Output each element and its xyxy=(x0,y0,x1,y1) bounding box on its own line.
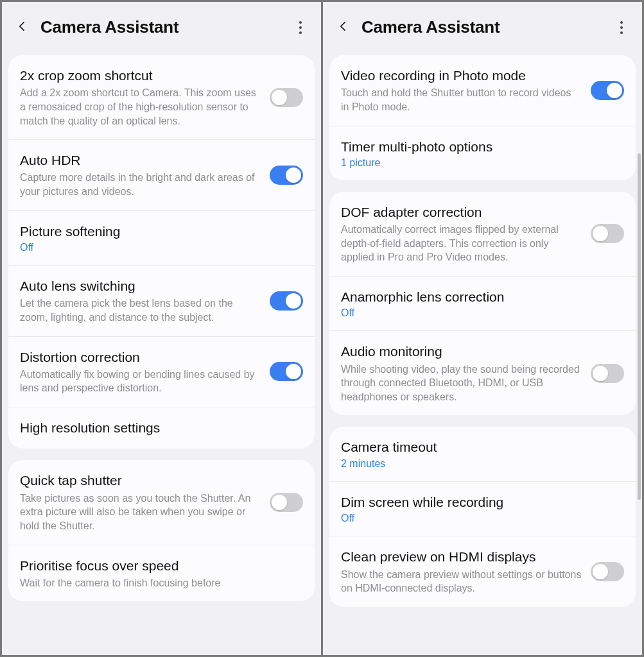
row-prioritise-focus[interactable]: Prioritise focus over speed Wait for the… xyxy=(8,545,315,602)
settings-group: 2x crop zoom shortcut Add a 2x zoom shor… xyxy=(8,55,315,448)
row-title: Auto HDR xyxy=(20,151,261,169)
row-title: DOF adapter correction xyxy=(341,203,582,221)
row-title: Camera timeout xyxy=(341,438,624,456)
row-timer-multi[interactable]: Timer multi-photo options 1 picture xyxy=(329,126,636,180)
row-title: Auto lens switching xyxy=(20,277,261,295)
row-picture-softening[interactable]: Picture softening Off xyxy=(8,210,315,265)
settings-scroll[interactable]: Video recording in Photo mode Touch and … xyxy=(323,55,642,655)
row-title: Picture softening xyxy=(20,223,303,241)
row-video-photo[interactable]: Video recording in Photo mode Touch and … xyxy=(329,55,636,126)
row-value: Off xyxy=(341,513,624,524)
row-audio-mon[interactable]: Audio monitoring While shooting video, p… xyxy=(329,330,636,415)
row-title: 2x crop zoom shortcut xyxy=(20,67,261,85)
row-desc: Show the camera preview without settings… xyxy=(341,568,582,595)
row-value: Off xyxy=(20,242,303,253)
toggle-video-photo[interactable] xyxy=(591,81,624,100)
row-dof[interactable]: DOF adapter correction Automatically cor… xyxy=(329,192,636,276)
row-desc: Take pictures as soon as you touch the S… xyxy=(20,491,261,533)
toggle-auto-hdr[interactable] xyxy=(270,166,303,185)
toggle-quick-tap[interactable] xyxy=(270,493,303,512)
row-title: Video recording in Photo mode xyxy=(341,67,582,85)
row-desc: Add a 2x zoom shortcut to Camera. This z… xyxy=(20,86,261,128)
row-title: Quick tap shutter xyxy=(20,472,261,490)
row-value: Off xyxy=(341,307,624,319)
row-distortion[interactable]: Distortion correction Automatically fix … xyxy=(8,336,315,407)
row-camera-timeout[interactable]: Camera timeout 2 minutes xyxy=(329,427,636,481)
row-title: Clean preview on HDMI displays xyxy=(341,548,582,566)
header: Camera Assistant xyxy=(2,2,321,55)
right-screenshot: Camera Assistant Video recording in Phot… xyxy=(323,2,642,655)
back-icon[interactable] xyxy=(16,20,29,35)
row-crop-zoom[interactable]: 2x crop zoom shortcut Add a 2x zoom shor… xyxy=(8,55,315,139)
row-desc: Let the camera pick the best lens based … xyxy=(20,296,261,324)
row-quick-tap[interactable]: Quick tap shutter Take pictures as soon … xyxy=(8,460,315,544)
settings-group: Video recording in Photo mode Touch and … xyxy=(329,55,636,180)
page-title: Camera Assistant xyxy=(40,17,283,37)
row-value: 2 minutes xyxy=(341,458,624,470)
row-auto-hdr[interactable]: Auto HDR Capture more details in the bri… xyxy=(8,139,315,210)
more-icon[interactable] xyxy=(615,20,628,35)
header: Camera Assistant xyxy=(323,2,642,55)
page-title: Camera Assistant xyxy=(361,17,604,37)
settings-group: Camera timeout 2 minutes Dim screen whil… xyxy=(329,427,636,606)
row-title: Timer multi-photo options xyxy=(341,138,624,156)
toggle-crop-zoom[interactable] xyxy=(270,88,303,107)
left-screenshot: Camera Assistant 2x crop zoom shortcut A… xyxy=(2,2,321,655)
scrollbar-thumb[interactable] xyxy=(638,153,641,500)
row-clean-preview[interactable]: Clean preview on HDMI displays Show the … xyxy=(329,536,636,607)
row-title: Distortion correction xyxy=(20,348,261,366)
row-desc: Touch and hold the Shutter button to rec… xyxy=(341,86,582,114)
row-title: Anamorphic lens correction xyxy=(341,288,624,306)
settings-scroll[interactable]: 2x crop zoom shortcut Add a 2x zoom shor… xyxy=(2,55,321,655)
row-desc: While shooting video, play the sound bei… xyxy=(341,363,582,404)
toggle-dof[interactable] xyxy=(591,224,624,243)
row-value: 1 picture xyxy=(341,157,624,169)
row-title: Dim screen while recording xyxy=(341,493,624,511)
toggle-distortion[interactable] xyxy=(270,362,303,381)
row-desc: Capture more details in the bright and d… xyxy=(20,171,261,198)
row-anamorphic[interactable]: Anamorphic lens correction Off xyxy=(329,276,636,330)
back-icon[interactable] xyxy=(337,20,350,35)
row-high-res[interactable]: High resolution settings xyxy=(8,407,315,448)
row-title: Prioritise focus over speed xyxy=(20,557,303,575)
toggle-clean-preview[interactable] xyxy=(591,562,624,581)
more-icon[interactable] xyxy=(294,20,307,35)
row-desc: Wait for the camera to finish focusing b… xyxy=(20,576,303,590)
toggle-auto-lens[interactable] xyxy=(270,291,303,311)
row-desc: Automatically correct images flipped by … xyxy=(341,223,582,264)
row-title: Audio monitoring xyxy=(341,343,582,361)
row-desc: Automatically fix bowing or bending line… xyxy=(20,368,261,395)
row-title: High resolution settings xyxy=(20,419,303,437)
settings-group: Quick tap shutter Take pictures as soon … xyxy=(8,460,315,601)
row-auto-lens[interactable]: Auto lens switching Let the camera pick … xyxy=(8,265,315,336)
settings-group: DOF adapter correction Automatically cor… xyxy=(329,192,636,416)
row-dim-screen[interactable]: Dim screen while recording Off xyxy=(329,481,636,536)
toggle-audio-mon[interactable] xyxy=(591,364,624,383)
